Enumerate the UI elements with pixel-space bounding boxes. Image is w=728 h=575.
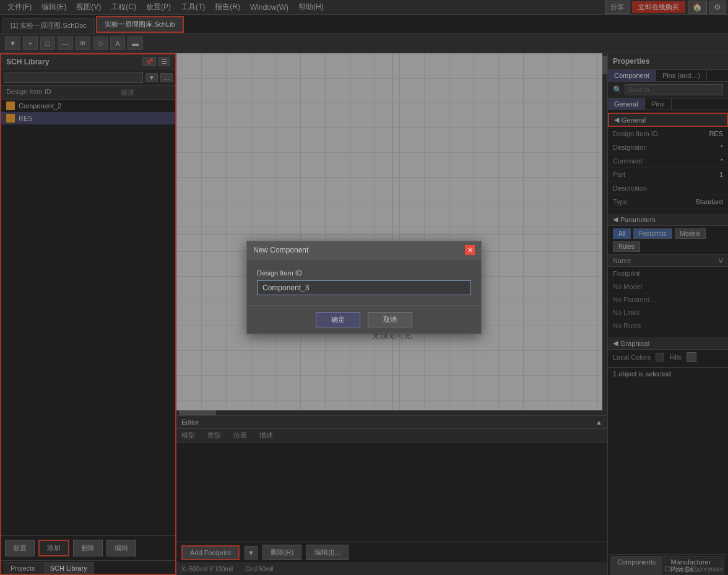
dialog-ok-button[interactable]: 确定 xyxy=(316,312,360,327)
dialog-field-label: Design Item ID xyxy=(257,269,471,277)
dialog-title-bar: New Component ✕ xyxy=(247,241,481,259)
dialog-footer: 确定 取消 xyxy=(247,305,481,334)
dialog-input[interactable] xyxy=(257,280,471,295)
new-component-dialog: New Component ✕ Design Item ID 确定 取消 xyxy=(246,241,482,334)
dialog-cancel-button[interactable]: 取消 xyxy=(368,312,412,327)
dialog-title: New Component xyxy=(253,246,308,254)
dialog-body: Design Item ID xyxy=(247,259,481,305)
dialog-close-button[interactable]: ✕ xyxy=(465,245,475,255)
dialog-overlay: New Component ✕ Design Item ID 确定 取消 xyxy=(0,0,728,575)
watermark: CSDN @Chencyuser xyxy=(664,566,723,573)
